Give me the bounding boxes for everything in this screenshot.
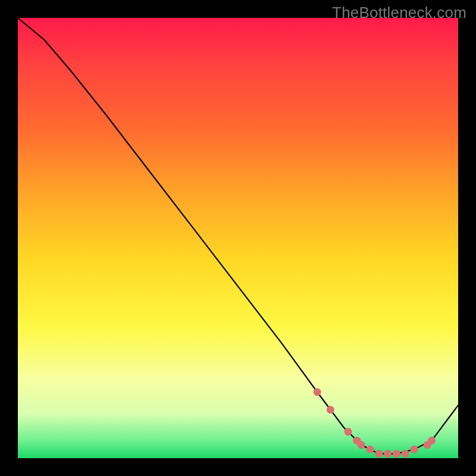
highlight-dot: [384, 450, 392, 458]
highlight-dots-group: [314, 389, 436, 458]
highlight-dot: [345, 428, 352, 436]
highlight-dot: [428, 437, 436, 444]
curve-layer: [18, 18, 458, 458]
highlight-dot: [375, 450, 383, 458]
highlight-dot: [358, 441, 365, 449]
plot-area: [18, 18, 458, 458]
highlight-dot: [411, 446, 418, 453]
highlight-dot: [393, 450, 400, 458]
bottleneck-curve-path: [18, 18, 458, 454]
highlight-dot: [402, 450, 409, 458]
chart-frame: TheBottleneck.com: [0, 0, 476, 476]
highlight-dot: [314, 389, 321, 396]
highlight-dot: [327, 406, 334, 414]
highlight-dot: [367, 446, 374, 453]
